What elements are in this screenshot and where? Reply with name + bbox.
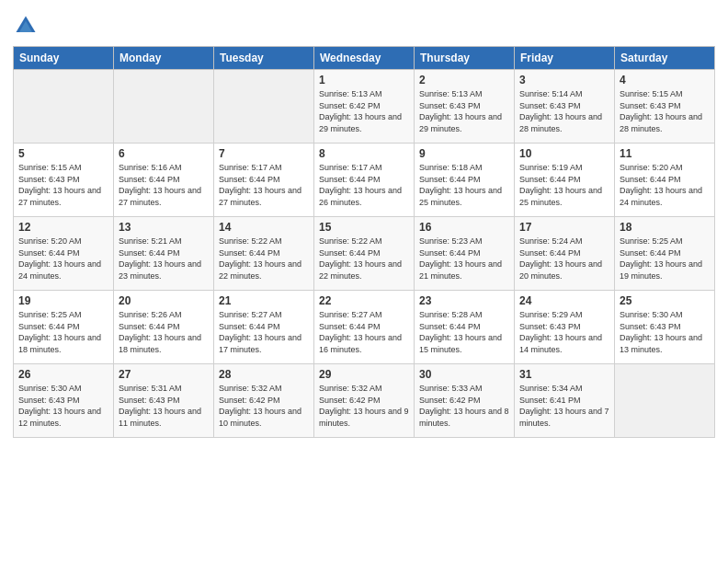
day-number: 11 bbox=[620, 147, 710, 160]
page-header bbox=[13, 9, 715, 39]
week-row-5: 26Sunrise: 5:30 AM Sunset: 6:43 PM Dayli… bbox=[14, 364, 715, 438]
day-number: 22 bbox=[319, 294, 409, 307]
day-number: 13 bbox=[119, 221, 209, 234]
day-cell-22: 22Sunrise: 5:27 AM Sunset: 6:44 PM Dayli… bbox=[314, 291, 415, 364]
weekday-thursday: Thursday bbox=[415, 47, 515, 70]
day-number: 15 bbox=[319, 221, 409, 234]
day-cell-14: 14Sunrise: 5:22 AM Sunset: 6:44 PM Dayli… bbox=[214, 217, 314, 291]
day-info: Sunrise: 5:22 AM Sunset: 6:44 PM Dayligh… bbox=[219, 236, 309, 282]
week-row-4: 19Sunrise: 5:25 AM Sunset: 6:44 PM Dayli… bbox=[14, 291, 715, 364]
day-cell-24: 24Sunrise: 5:29 AM Sunset: 6:43 PM Dayli… bbox=[515, 291, 615, 364]
day-number: 29 bbox=[319, 368, 409, 381]
day-number: 28 bbox=[219, 368, 309, 381]
weekday-header-row: SundayMondayTuesdayWednesdayThursdayFrid… bbox=[14, 47, 715, 70]
day-cell-5: 5Sunrise: 5:15 AM Sunset: 6:43 PM Daylig… bbox=[14, 144, 114, 217]
day-cell-12: 12Sunrise: 5:20 AM Sunset: 6:44 PM Dayli… bbox=[14, 217, 114, 291]
day-number: 23 bbox=[419, 294, 509, 307]
day-number: 27 bbox=[119, 368, 209, 381]
day-info: Sunrise: 5:34 AM Sunset: 6:41 PM Dayligh… bbox=[519, 383, 609, 429]
week-row-1: 1Sunrise: 5:13 AM Sunset: 6:42 PM Daylig… bbox=[14, 70, 715, 144]
day-info: Sunrise: 5:31 AM Sunset: 6:43 PM Dayligh… bbox=[119, 383, 209, 429]
day-number: 4 bbox=[620, 74, 710, 86]
day-number: 12 bbox=[18, 221, 108, 234]
day-cell-28: 28Sunrise: 5:32 AM Sunset: 6:42 PM Dayli… bbox=[214, 364, 314, 438]
day-cell-10: 10Sunrise: 5:19 AM Sunset: 6:44 PM Dayli… bbox=[515, 144, 615, 217]
day-number: 2 bbox=[419, 74, 509, 86]
day-info: Sunrise: 5:25 AM Sunset: 6:44 PM Dayligh… bbox=[18, 309, 108, 355]
day-number: 5 bbox=[18, 147, 108, 160]
day-number: 1 bbox=[319, 74, 409, 86]
empty-cell bbox=[615, 364, 715, 438]
day-cell-21: 21Sunrise: 5:27 AM Sunset: 6:44 PM Dayli… bbox=[214, 291, 314, 364]
day-number: 14 bbox=[219, 221, 309, 234]
day-cell-4: 4Sunrise: 5:15 AM Sunset: 6:43 PM Daylig… bbox=[615, 70, 715, 144]
day-info: Sunrise: 5:20 AM Sunset: 6:44 PM Dayligh… bbox=[620, 162, 710, 208]
week-row-3: 12Sunrise: 5:20 AM Sunset: 6:44 PM Dayli… bbox=[14, 217, 715, 291]
day-number: 18 bbox=[620, 221, 710, 234]
day-info: Sunrise: 5:27 AM Sunset: 6:44 PM Dayligh… bbox=[319, 309, 409, 355]
day-number: 25 bbox=[620, 294, 710, 307]
day-cell-15: 15Sunrise: 5:22 AM Sunset: 6:44 PM Dayli… bbox=[314, 217, 415, 291]
day-number: 19 bbox=[18, 294, 108, 307]
weekday-wednesday: Wednesday bbox=[314, 47, 415, 70]
day-info: Sunrise: 5:32 AM Sunset: 6:42 PM Dayligh… bbox=[219, 383, 309, 429]
day-info: Sunrise: 5:17 AM Sunset: 6:44 PM Dayligh… bbox=[219, 162, 309, 208]
day-info: Sunrise: 5:22 AM Sunset: 6:44 PM Dayligh… bbox=[319, 236, 409, 282]
day-info: Sunrise: 5:18 AM Sunset: 6:44 PM Dayligh… bbox=[419, 162, 509, 208]
day-cell-19: 19Sunrise: 5:25 AM Sunset: 6:44 PM Dayli… bbox=[14, 291, 114, 364]
day-info: Sunrise: 5:24 AM Sunset: 6:44 PM Dayligh… bbox=[519, 236, 609, 282]
day-info: Sunrise: 5:30 AM Sunset: 6:43 PM Dayligh… bbox=[620, 309, 710, 355]
day-cell-11: 11Sunrise: 5:20 AM Sunset: 6:44 PM Dayli… bbox=[615, 144, 715, 217]
day-number: 7 bbox=[219, 147, 309, 160]
day-info: Sunrise: 5:17 AM Sunset: 6:44 PM Dayligh… bbox=[319, 162, 409, 208]
weekday-monday: Monday bbox=[114, 47, 214, 70]
empty-cell bbox=[114, 70, 214, 144]
day-info: Sunrise: 5:13 AM Sunset: 6:42 PM Dayligh… bbox=[319, 88, 409, 134]
day-info: Sunrise: 5:33 AM Sunset: 6:42 PM Dayligh… bbox=[419, 383, 509, 429]
day-cell-23: 23Sunrise: 5:28 AM Sunset: 6:44 PM Dayli… bbox=[415, 291, 515, 364]
day-cell-26: 26Sunrise: 5:30 AM Sunset: 6:43 PM Dayli… bbox=[14, 364, 114, 438]
day-cell-1: 1Sunrise: 5:13 AM Sunset: 6:42 PM Daylig… bbox=[314, 70, 415, 144]
logo-icon bbox=[13, 13, 39, 39]
day-number: 31 bbox=[519, 368, 609, 381]
day-cell-25: 25Sunrise: 5:30 AM Sunset: 6:43 PM Dayli… bbox=[615, 291, 715, 364]
day-cell-31: 31Sunrise: 5:34 AM Sunset: 6:41 PM Dayli… bbox=[515, 364, 615, 438]
day-info: Sunrise: 5:20 AM Sunset: 6:44 PM Dayligh… bbox=[18, 236, 108, 282]
day-number: 17 bbox=[519, 221, 609, 234]
day-number: 6 bbox=[119, 147, 209, 160]
day-cell-17: 17Sunrise: 5:24 AM Sunset: 6:44 PM Dayli… bbox=[515, 217, 615, 291]
day-cell-16: 16Sunrise: 5:23 AM Sunset: 6:44 PM Dayli… bbox=[415, 217, 515, 291]
weekday-saturday: Saturday bbox=[615, 47, 715, 70]
day-cell-20: 20Sunrise: 5:26 AM Sunset: 6:44 PM Dayli… bbox=[114, 291, 214, 364]
empty-cell bbox=[214, 70, 314, 144]
day-cell-2: 2Sunrise: 5:13 AM Sunset: 6:43 PM Daylig… bbox=[415, 70, 515, 144]
day-info: Sunrise: 5:15 AM Sunset: 6:43 PM Dayligh… bbox=[18, 162, 108, 208]
day-cell-18: 18Sunrise: 5:25 AM Sunset: 6:44 PM Dayli… bbox=[615, 217, 715, 291]
day-number: 24 bbox=[519, 294, 609, 307]
day-cell-27: 27Sunrise: 5:31 AM Sunset: 6:43 PM Dayli… bbox=[114, 364, 214, 438]
logo bbox=[13, 13, 41, 39]
day-number: 8 bbox=[319, 147, 409, 160]
day-info: Sunrise: 5:25 AM Sunset: 6:44 PM Dayligh… bbox=[620, 236, 710, 282]
weekday-tuesday: Tuesday bbox=[214, 47, 314, 70]
day-info: Sunrise: 5:23 AM Sunset: 6:44 PM Dayligh… bbox=[419, 236, 509, 282]
day-info: Sunrise: 5:15 AM Sunset: 6:43 PM Dayligh… bbox=[620, 88, 710, 134]
day-info: Sunrise: 5:27 AM Sunset: 6:44 PM Dayligh… bbox=[219, 309, 309, 355]
day-number: 30 bbox=[419, 368, 509, 381]
day-cell-7: 7Sunrise: 5:17 AM Sunset: 6:44 PM Daylig… bbox=[214, 144, 314, 217]
day-cell-30: 30Sunrise: 5:33 AM Sunset: 6:42 PM Dayli… bbox=[415, 364, 515, 438]
day-number: 10 bbox=[519, 147, 609, 160]
day-number: 26 bbox=[18, 368, 108, 381]
day-cell-8: 8Sunrise: 5:17 AM Sunset: 6:44 PM Daylig… bbox=[314, 144, 415, 217]
empty-cell bbox=[14, 70, 114, 144]
day-number: 9 bbox=[419, 147, 509, 160]
day-info: Sunrise: 5:16 AM Sunset: 6:44 PM Dayligh… bbox=[119, 162, 209, 208]
day-info: Sunrise: 5:32 AM Sunset: 6:42 PM Dayligh… bbox=[319, 383, 409, 429]
day-info: Sunrise: 5:21 AM Sunset: 6:44 PM Dayligh… bbox=[119, 236, 209, 282]
day-info: Sunrise: 5:30 AM Sunset: 6:43 PM Dayligh… bbox=[18, 383, 108, 429]
day-info: Sunrise: 5:19 AM Sunset: 6:44 PM Dayligh… bbox=[519, 162, 609, 208]
day-info: Sunrise: 5:14 AM Sunset: 6:43 PM Dayligh… bbox=[519, 88, 609, 134]
day-cell-13: 13Sunrise: 5:21 AM Sunset: 6:44 PM Dayli… bbox=[114, 217, 214, 291]
day-info: Sunrise: 5:26 AM Sunset: 6:44 PM Dayligh… bbox=[119, 309, 209, 355]
day-cell-9: 9Sunrise: 5:18 AM Sunset: 6:44 PM Daylig… bbox=[415, 144, 515, 217]
